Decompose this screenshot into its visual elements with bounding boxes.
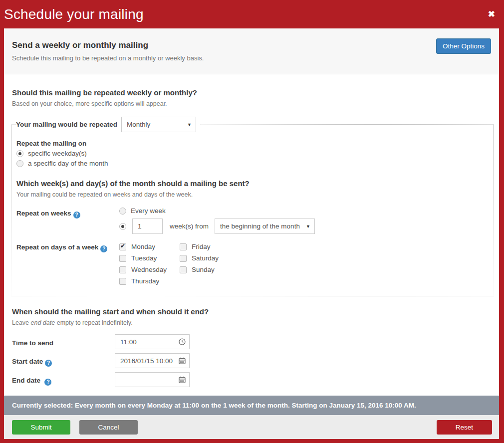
time-input-wrap bbox=[115, 334, 190, 349]
time-to-send-row: Time to send bbox=[12, 334, 491, 349]
repeat-on-weeks-labelcol: Repeat on weeks? bbox=[16, 207, 119, 219]
day-checkbox-monday[interactable]: Monday bbox=[119, 243, 180, 250]
day-checkbox-thursday[interactable]: Thursday bbox=[119, 277, 180, 285]
time-to-send-input[interactable] bbox=[115, 334, 190, 349]
panel-header: Send a weekly or monthly mailing Schedul… bbox=[4, 28, 499, 74]
wednesday-checkbox[interactable] bbox=[119, 266, 126, 273]
start-date-labelcol: Start date? bbox=[12, 355, 115, 367]
repeat-on-weeks-row: Repeat on weeks? Every week week(s) from bbox=[16, 207, 493, 234]
repeat-question: Should this mailing be repeated weekly o… bbox=[12, 88, 491, 97]
repeat-on-days-row: Repeat on days of a week? Monday Tuesday bbox=[16, 241, 493, 287]
panel-header-text: Send a weekly or monthly mailing Schedul… bbox=[12, 38, 204, 62]
panel-footer: Submit Cancel Reset bbox=[4, 415, 499, 439]
end-date-input[interactable] bbox=[115, 372, 190, 387]
day-checkbox-saturday[interactable]: Saturday bbox=[180, 254, 219, 262]
frequency-row: Your mailing would be repeated Monthly ▼ bbox=[16, 117, 200, 132]
repeat-on-label: Repeat the mailing on bbox=[16, 140, 493, 147]
saturday-checkbox[interactable] bbox=[180, 255, 187, 262]
custom-week-option: week(s) from the beginning of the month … bbox=[119, 219, 315, 234]
reset-button[interactable]: Reset bbox=[437, 420, 492, 435]
frequency-select[interactable]: Monthly ▼ bbox=[121, 117, 196, 132]
repeat-on-days-labelcol: Repeat on days of a week? bbox=[16, 241, 119, 252]
day-checkbox-tuesday[interactable]: Tuesday bbox=[119, 254, 180, 262]
modal-titlebar: Schedule your mailing ✖ bbox=[4, 0, 499, 28]
radio-specific-weekdays[interactable]: specific weekday(s) bbox=[16, 150, 493, 157]
monday-checkbox[interactable] bbox=[119, 243, 126, 250]
custom-week-radio[interactable] bbox=[119, 223, 126, 230]
frequency-label: Your mailing would be repeated bbox=[16, 121, 117, 128]
schedule-hint: Leave end date empty to repeat indefinit… bbox=[12, 319, 491, 326]
start-date-input[interactable] bbox=[115, 353, 190, 368]
week-hint: Your mailing could be repeated on weeks … bbox=[16, 191, 493, 198]
tuesday-checkbox[interactable] bbox=[119, 255, 126, 262]
chevron-down-icon: ▼ bbox=[187, 122, 192, 127]
help-icon[interactable]: ? bbox=[44, 379, 51, 386]
help-icon[interactable]: ? bbox=[45, 360, 52, 367]
weeks-count-input[interactable] bbox=[132, 219, 163, 234]
day-checkbox-wednesday[interactable]: Wednesday bbox=[119, 266, 180, 273]
other-options-button[interactable]: Other Options bbox=[436, 38, 491, 54]
status-bar: Currently selected: Every month on every… bbox=[4, 396, 499, 415]
end-date-labelcol: End date ? bbox=[12, 374, 115, 386]
friday-checkbox[interactable] bbox=[180, 243, 187, 250]
radio-specific-day-of-month[interactable]: a specific day of the month bbox=[16, 160, 493, 167]
week-question: Which week(s) and day(s) of the month sh… bbox=[16, 179, 493, 188]
frequency-select-value: Monthly bbox=[127, 121, 150, 128]
end-date-input-wrap bbox=[115, 372, 190, 387]
chevron-down-icon: ▼ bbox=[306, 224, 310, 229]
weeks-controls: Every week week(s) from the beginning of… bbox=[119, 207, 315, 234]
end-date-row: End date ? bbox=[12, 372, 491, 387]
thursday-checkbox[interactable] bbox=[119, 278, 126, 285]
schedule-mailing-modal: Schedule your mailing ✖ Send a weekly or… bbox=[0, 0, 504, 443]
modal-title: Schedule your mailing bbox=[4, 6, 144, 22]
section-title: Send a weekly or monthly mailing bbox=[12, 38, 204, 50]
help-icon[interactable]: ? bbox=[100, 245, 107, 252]
panel-body: Should this mailing be repeated weekly o… bbox=[4, 74, 499, 396]
every-week-radio[interactable] bbox=[119, 208, 126, 215]
cancel-button[interactable]: Cancel bbox=[79, 420, 138, 435]
every-week-option[interactable]: Every week bbox=[119, 207, 315, 215]
day-checkbox-friday[interactable]: Friday bbox=[180, 243, 219, 250]
weeks-from-select-value: the beginning of the month bbox=[220, 222, 300, 230]
submit-button[interactable]: Submit bbox=[12, 420, 70, 435]
specific-weekdays-radio[interactable] bbox=[16, 150, 23, 157]
start-date-row: Start date? bbox=[12, 353, 491, 368]
days-grid: Monday Tuesday Wednesday Thursday bbox=[119, 241, 219, 287]
schedule-question: When should the mailing start and when s… bbox=[12, 307, 491, 316]
help-icon[interactable]: ? bbox=[73, 212, 80, 219]
close-icon[interactable]: ✖ bbox=[485, 8, 498, 20]
weeks-from-label: week(s) from bbox=[170, 222, 209, 230]
weeks-from-select[interactable]: the beginning of the month ▼ bbox=[215, 219, 315, 234]
modal-panel: Send a weekly or monthly mailing Schedul… bbox=[4, 28, 499, 439]
section-subtitle: Schedule this mailing to be repeated on … bbox=[12, 54, 204, 62]
time-labelcol: Time to send bbox=[12, 337, 115, 347]
monthly-options-box: Your mailing would be repeated Monthly ▼… bbox=[11, 124, 494, 296]
specific-day-radio[interactable] bbox=[16, 160, 23, 167]
sunday-checkbox[interactable] bbox=[180, 266, 187, 273]
repeat-hint: Based on your choice, more specific opti… bbox=[12, 100, 491, 107]
start-date-input-wrap bbox=[115, 353, 190, 368]
status-text: Currently selected: Every month on every… bbox=[12, 402, 416, 409]
day-checkbox-sunday[interactable]: Sunday bbox=[180, 266, 219, 273]
